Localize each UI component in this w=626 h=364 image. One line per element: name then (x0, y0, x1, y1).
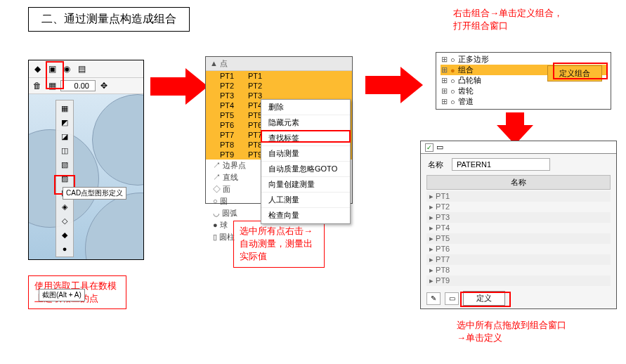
list-item[interactable]: ▸ PT5 (426, 233, 611, 244)
tool-5[interactable]: ▧ (58, 158, 72, 171)
tool-3[interactable]: ◪ (58, 130, 72, 143)
highlight-define-btn (553, 63, 608, 79)
list-item[interactable]: ▸ PT2 (426, 202, 611, 212)
ctx-check[interactable]: 检查向量 (261, 208, 350, 223)
name-input[interactable]: PATERN1 (452, 158, 550, 171)
cad-tooltip: CAD点型图形定义 (63, 187, 126, 200)
points-panel: ▲ 点 PT1PT1 PT2PT2 PT3PT3 PT4PT4 PT5PT5 P… (205, 56, 353, 204)
trash-icon[interactable]: 🗑 (31, 79, 44, 92)
caption-panel4: 选中所有点拖放到组合窗口→单击定义 (457, 319, 569, 344)
highlight-define (460, 292, 511, 307)
alt-tooltip: 截图(Alt + A) (39, 289, 85, 301)
tool-10[interactable]: ◆ (58, 228, 72, 241)
name-label: 名称 (428, 160, 443, 170)
arrow-1 (150, 77, 185, 96)
points-panel-header: ▲ 点 (206, 57, 352, 71)
list-item[interactable]: ▸ PT3 (426, 212, 611, 223)
arrow-3 (506, 112, 524, 125)
tree-pipe[interactable]: ⊞○管道 (441, 96, 606, 107)
tool-icon[interactable]: ▤ (75, 63, 88, 75)
point-row[interactable]: PT2PT2 (206, 81, 352, 91)
list-item[interactable]: ▸ PT9 (426, 275, 611, 286)
cad-viewer-panel: ◆ ▣ ◉ ▤ 🗑 ▦ 0.00 ✥ ▦ ◩ ◪ ◫ ▧ ▨ ▩ ◈ ◇ ◆ ●… (28, 60, 144, 260)
ctx-hide[interactable]: 隐藏元素 (261, 115, 350, 131)
value-input[interactable]: 0.00 (60, 80, 96, 91)
edit-icon[interactable]: ▭ (445, 292, 459, 305)
list-item[interactable]: ▸ PT4 (426, 223, 611, 233)
move-icon[interactable]: ✥ (98, 79, 110, 92)
tool-4[interactable]: ◫ (58, 144, 72, 157)
ctx-vector[interactable]: 向量创建测量 (261, 177, 350, 193)
point-row[interactable]: PT1PT1 (206, 71, 352, 81)
highlight-auto-measure (261, 130, 351, 143)
ctx-manual[interactable]: 人工测量 (261, 193, 350, 208)
pattern-dialog: ✓ ▭ 名称 PATERN1 名称 ▸ PT1 ▸ PT2 ▸ PT3 ▸ PT… (420, 141, 617, 309)
list-item[interactable]: ▸ PT1 (426, 191, 611, 202)
ctx-delete[interactable]: 删除 (261, 100, 350, 115)
tool-11[interactable]: ● (58, 242, 72, 255)
caption-top-right: 右击组合→单击定义组合，打开组合窗口 (453, 7, 566, 32)
caption-panel2: 选中所有点右击→自动测量，测量出实际值 (233, 221, 325, 268)
check-icon[interactable]: ✓ (425, 143, 433, 152)
ctx-auto-measure[interactable]: 自动测量 (261, 146, 350, 162)
highlight-box-1 (46, 61, 64, 89)
context-menu: 删除 隐藏元素 查找标签 自动测量 自动质量忽略GOTO 向量创建测量 人工测量… (261, 99, 351, 224)
tree-gear[interactable]: ⊞○齿轮 (441, 86, 606, 96)
list-item[interactable]: ▸ PT8 (426, 265, 611, 275)
tool-2[interactable]: ◩ (58, 116, 72, 129)
tool-9[interactable]: ◇ (58, 214, 72, 227)
list-item[interactable]: ▸ PT6 (426, 244, 611, 254)
color-icon[interactable]: ◆ (31, 63, 44, 75)
feature-tree-panel: ⊞○正多边形 ⊞●组合 ⊞○凸轮轴 ⊞○齿轮 ⊞○管道 定义组合 (436, 52, 611, 110)
cad-canvas[interactable]: ▦ ◩ ◪ ◫ ▧ ▨ ▩ ◈ ◇ ◆ ● CAD点型图形定义 (29, 94, 143, 260)
tool-8[interactable]: ◈ (58, 200, 72, 213)
column-header: 名称 (426, 175, 611, 190)
section-title: 二、通过测量点构造成组合 (28, 7, 190, 32)
pattern-points-list[interactable]: ▸ PT1 ▸ PT2 ▸ PT3 ▸ PT4 ▸ PT5 ▸ PT6 ▸ PT… (426, 191, 611, 286)
list-item[interactable]: ▸ PT7 (426, 254, 611, 265)
dialog-titlebar: ✓ ▭ (421, 141, 616, 154)
tool-1[interactable]: ▦ (58, 102, 72, 115)
ctx-auto-goto[interactable]: 自动质量忽略GOTO (261, 162, 350, 177)
doc-icon[interactable]: ▭ (436, 143, 443, 152)
caption-panel1: 使用选取工具在数模上选取相应的点 截图(Alt + A) (28, 275, 126, 309)
arrow-2 (365, 76, 400, 94)
eraser-icon[interactable]: ✎ (426, 292, 441, 305)
